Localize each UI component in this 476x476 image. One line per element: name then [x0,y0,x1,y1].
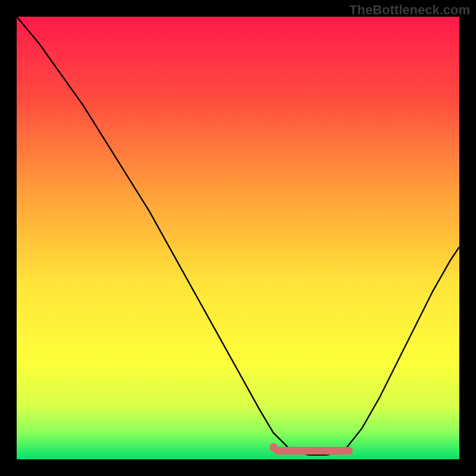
bottleneck-curve [17,17,459,459]
chart-container: TheBottleneck.com [0,0,476,476]
plot-area [17,17,459,459]
watermark-text: TheBottleneck.com [349,2,470,18]
highlight-optimal-range [274,447,353,455]
